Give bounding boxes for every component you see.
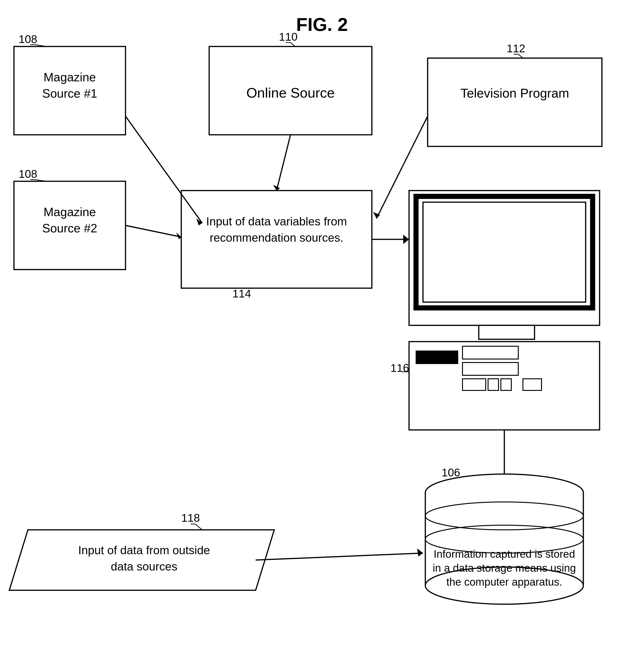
svg-rect-22 (181, 191, 372, 288)
svg-line-32 (377, 116, 428, 218)
svg-rect-44 (501, 379, 511, 390)
svg-text:110: 110 (279, 31, 297, 43)
svg-rect-38 (409, 342, 600, 430)
svg-marker-71 (417, 549, 423, 557)
svg-point-54 (425, 474, 583, 511)
svg-text:in a data storage means using: in a data storage means using (433, 562, 576, 574)
svg-text:Television Program: Television Program (460, 86, 569, 100)
svg-rect-39 (416, 351, 458, 364)
svg-text:data sources: data sources (111, 560, 177, 573)
svg-rect-43 (488, 379, 499, 390)
svg-marker-51 (500, 475, 509, 481)
svg-text:Input of data variables from: Input of data variables from (206, 215, 347, 228)
svg-rect-40 (462, 346, 518, 359)
svg-rect-17 (428, 58, 602, 146)
svg-marker-27 (196, 218, 202, 225)
svg-text:114: 114 (232, 287, 251, 300)
svg-text:116: 116 (390, 362, 409, 374)
svg-text:Input of data from outside: Input of data from outside (78, 544, 210, 557)
svg-line-20 (518, 54, 523, 58)
svg-rect-0 (14, 47, 125, 135)
svg-text:recommendation sources.: recommendation sources. (210, 231, 343, 244)
svg-text:108: 108 (19, 168, 37, 180)
svg-line-26 (125, 116, 202, 223)
svg-marker-29 (176, 233, 181, 239)
svg-text:Information captured is stored: Information captured is stored (434, 548, 575, 560)
svg-text:the computer apparatus.: the computer apparatus. (447, 576, 563, 588)
svg-line-30 (277, 135, 290, 191)
svg-marker-33 (373, 212, 380, 218)
svg-rect-41 (462, 363, 518, 375)
svg-rect-36 (423, 202, 586, 302)
svg-text:Source #2: Source #2 (42, 221, 97, 235)
svg-point-59 (425, 502, 583, 530)
svg-line-10 (35, 179, 46, 181)
svg-line-28 (125, 225, 181, 237)
svg-text:Source #1: Source #1 (42, 87, 97, 100)
svg-marker-64 (9, 530, 274, 590)
diagram-container: FIG. 2 Magazine Source #1 108 Magazine S… (0, 0, 644, 653)
svg-line-53 (455, 478, 476, 488)
svg-text:118: 118 (181, 512, 200, 524)
svg-marker-31 (273, 185, 280, 191)
svg-rect-37 (479, 325, 534, 339)
svg-rect-45 (523, 379, 542, 390)
svg-text:106: 106 (442, 466, 460, 479)
svg-rect-42 (462, 379, 486, 390)
svg-line-15 (290, 43, 295, 47)
svg-marker-49 (403, 235, 409, 244)
diagram-svg: Magazine Source #1 108 Magazine Source #… (0, 0, 644, 653)
figure-title: FIG. 2 (296, 14, 348, 35)
svg-text:Magazine: Magazine (44, 205, 96, 219)
svg-point-60 (425, 525, 583, 553)
svg-rect-55 (425, 493, 583, 586)
svg-text:108: 108 (19, 33, 37, 45)
svg-text:Magazine: Magazine (44, 70, 96, 84)
svg-rect-6 (14, 181, 125, 270)
svg-text:112: 112 (507, 42, 525, 55)
svg-line-70 (256, 553, 423, 560)
svg-text:Online Source: Online Source (246, 85, 335, 101)
svg-point-58 (425, 567, 583, 604)
svg-line-68 (195, 524, 202, 530)
svg-rect-34 (409, 191, 600, 325)
svg-rect-35 (416, 196, 593, 308)
svg-rect-12 (209, 47, 372, 135)
svg-line-4 (35, 45, 46, 47)
